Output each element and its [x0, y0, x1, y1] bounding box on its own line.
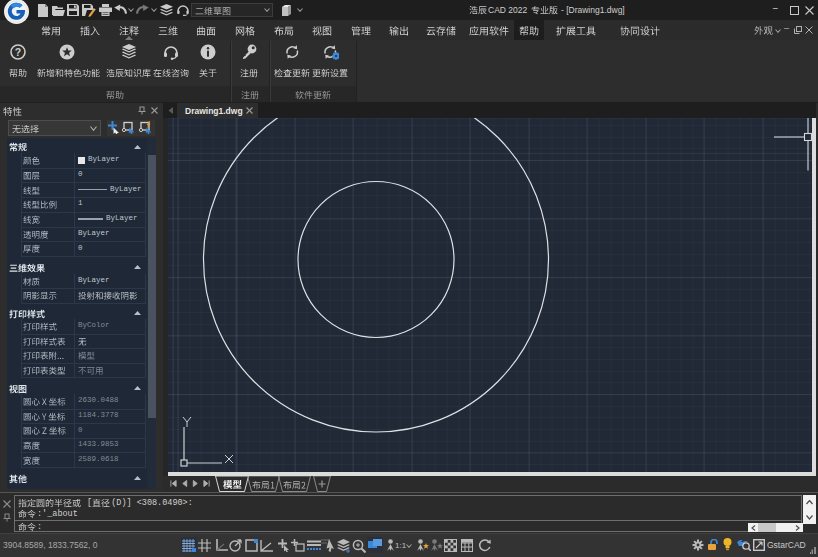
svg-text:?: ?	[15, 46, 21, 58]
